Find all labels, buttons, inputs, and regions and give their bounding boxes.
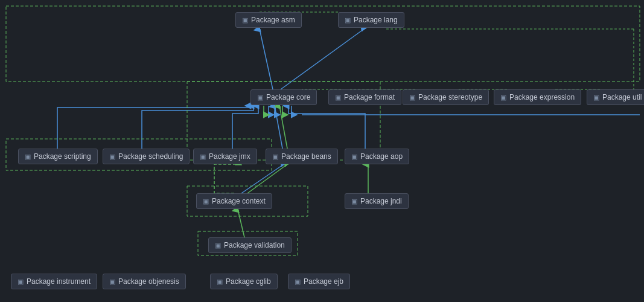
node-expression[interactable]: ▣Package expression (494, 89, 581, 105)
node-format[interactable]: ▣Package format (328, 89, 401, 105)
package-icon-asm: ▣ (242, 16, 248, 24)
node-ejb[interactable]: ▣Package ejb (288, 274, 350, 289)
node-label-aop: Package aop (360, 152, 403, 161)
node-objenesis[interactable]: ▣Package objenesis (103, 274, 186, 289)
node-label-lang: Package lang (354, 16, 398, 24)
node-util[interactable]: ▣Package util (587, 89, 644, 105)
package-icon-jmx: ▣ (200, 153, 206, 161)
node-label-ejb: Package ejb (304, 277, 343, 286)
package-icon-validation: ▣ (215, 242, 221, 249)
node-context[interactable]: ▣Package context (196, 193, 272, 209)
node-label-expression: Package expression (509, 93, 575, 101)
package-icon-core: ▣ (257, 94, 263, 101)
package-icon-beans: ▣ (272, 153, 278, 161)
node-label-asm: Package asm (251, 16, 295, 24)
node-aop[interactable]: ▣Package aop (345, 149, 409, 164)
svg-line-10 (238, 210, 244, 237)
node-label-context: Package context (212, 197, 266, 205)
svg-rect-18 (6, 6, 640, 82)
node-label-beans: Package beans (281, 152, 331, 161)
node-cglib[interactable]: ▣Package cglib (210, 274, 278, 289)
package-icon-scheduling: ▣ (109, 153, 115, 161)
svg-line-3 (260, 29, 273, 89)
package-icon-jndi: ▣ (351, 198, 357, 205)
node-lang[interactable]: ▣Package lang (338, 12, 404, 28)
package-icon-lang: ▣ (345, 16, 351, 24)
node-scripting[interactable]: ▣Package scripting (18, 149, 98, 164)
node-validation[interactable]: ▣Package validation (208, 237, 292, 253)
package-icon-context: ▣ (203, 198, 209, 205)
node-label-stereotype: Package stereotype (418, 93, 482, 101)
node-label-scheduling: Package scheduling (118, 152, 183, 161)
node-jmx[interactable]: ▣Package jmx (193, 149, 257, 164)
node-label-core: Package core (266, 93, 310, 101)
node-scheduling[interactable]: ▣Package scheduling (103, 149, 190, 164)
package-icon-format: ▣ (335, 94, 341, 101)
package-icon-util: ▣ (593, 94, 599, 101)
node-label-instrument: Package instrument (27, 277, 91, 286)
package-icon-scripting: ▣ (25, 153, 31, 161)
node-jndi[interactable]: ▣Package jndi (345, 193, 409, 209)
package-icon-expression: ▣ (500, 94, 506, 101)
node-label-format: Package format (344, 93, 395, 101)
node-label-scripting: Package scripting (34, 152, 91, 161)
node-beans[interactable]: ▣Package beans (266, 149, 338, 164)
package-icon-stereotype: ▣ (409, 94, 415, 101)
node-label-jndi: Package jndi (360, 197, 402, 205)
node-core[interactable]: ▣Package core (250, 89, 317, 105)
package-icon-cglib: ▣ (217, 278, 223, 286)
node-label-cglib: Package cglib (226, 277, 271, 286)
svg-line-5 (275, 106, 282, 149)
package-icon-instrument: ▣ (18, 278, 24, 286)
node-label-objenesis: Package objenesis (118, 277, 179, 286)
package-icon-ejb: ▣ (295, 278, 301, 286)
node-label-validation: Package validation (224, 241, 285, 249)
node-label-util: Package util (602, 93, 642, 101)
node-label-jmx: Package jmx (209, 152, 250, 161)
node-stereotype[interactable]: ▣Package stereotype (403, 89, 489, 105)
package-icon-objenesis: ▣ (109, 278, 115, 286)
node-instrument[interactable]: ▣Package instrument (11, 274, 97, 289)
diagram-container: ▣Package asm▣Package lang▣Package core▣P… (0, 0, 644, 302)
svg-line-6 (279, 106, 287, 149)
node-asm[interactable]: ▣Package asm (235, 12, 302, 28)
svg-line-7 (241, 164, 284, 193)
package-icon-aop: ▣ (351, 153, 357, 161)
svg-line-8 (247, 164, 287, 193)
svg-line-4 (281, 29, 364, 89)
